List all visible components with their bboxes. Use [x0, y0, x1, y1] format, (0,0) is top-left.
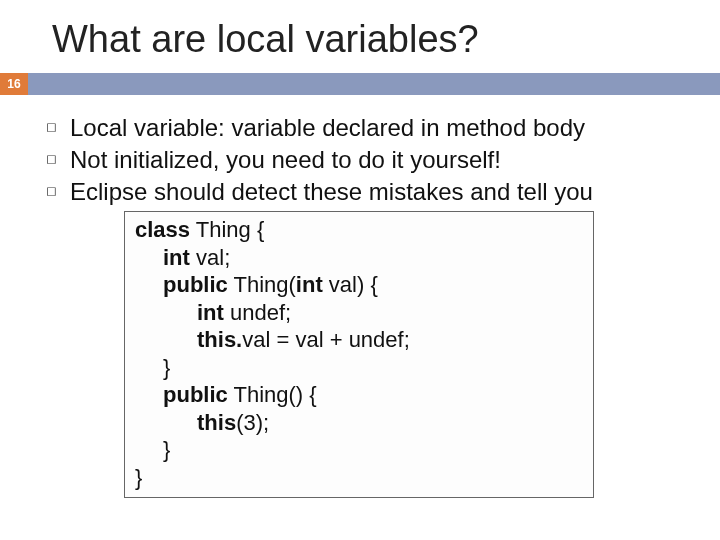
- content-area: ◻ Local variable: variable declared in m…: [0, 95, 720, 498]
- code-line: }: [135, 464, 583, 492]
- divider-row: 16: [0, 73, 720, 95]
- code-line: }: [135, 354, 583, 382]
- divider-bar: [28, 73, 720, 95]
- code-line: public Thing(int val) {: [135, 271, 583, 299]
- code-line: this(3);: [135, 409, 583, 437]
- bullet-text: Not initialized, you need to do it yours…: [60, 145, 501, 175]
- bullet-text: Eclipse should detect these mistakes and…: [60, 177, 593, 207]
- code-line: public Thing() {: [135, 381, 583, 409]
- code-line: class Thing {: [135, 216, 583, 244]
- bullet-marker-icon: ◻: [42, 145, 60, 166]
- bullet-item: ◻ Local variable: variable declared in m…: [42, 113, 690, 143]
- code-line: this.val = val + undef;: [135, 326, 583, 354]
- slide-title: What are local variables?: [0, 0, 720, 73]
- bullet-text: Local variable: variable declared in met…: [60, 113, 585, 143]
- code-line: int val;: [135, 244, 583, 272]
- page-number-badge: 16: [0, 73, 28, 95]
- code-line: int undef;: [135, 299, 583, 327]
- bullet-marker-icon: ◻: [42, 113, 60, 134]
- bullet-item: ◻ Not initialized, you need to do it you…: [42, 145, 690, 175]
- code-block: class Thing { int val; public Thing(int …: [124, 211, 594, 498]
- bullet-item: ◻ Eclipse should detect these mistakes a…: [42, 177, 690, 207]
- code-line: }: [135, 436, 583, 464]
- bullet-marker-icon: ◻: [42, 177, 60, 198]
